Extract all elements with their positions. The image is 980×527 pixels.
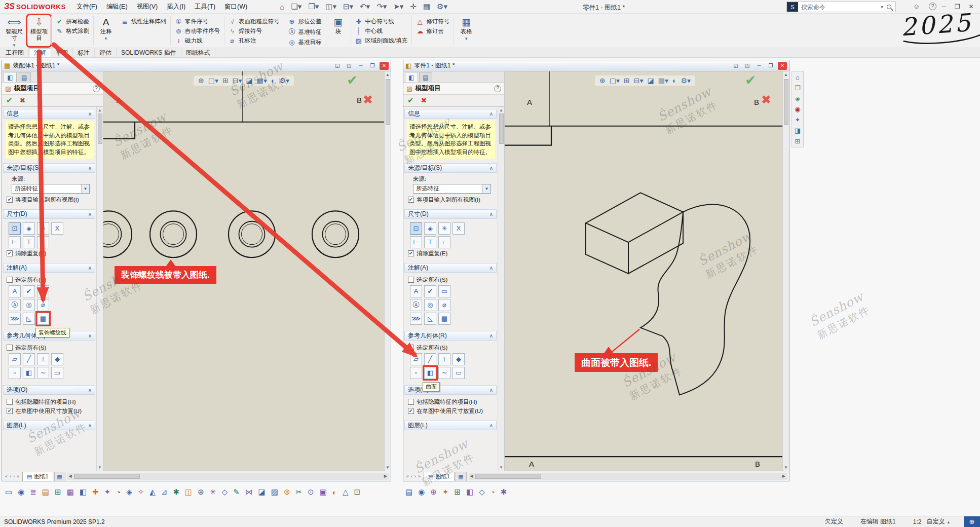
document-title-bar[interactable]: ▦ 装配体1 - 图纸1 * ◱ ◳ ─ ❐ ✕ — [2, 60, 391, 71]
origin-icon[interactable]: ▫ — [410, 367, 422, 379]
cosmetic-thread-icon[interactable]: ▤ 装饰螺纹线 — [438, 313, 450, 325]
section-header-layers[interactable]: 图层(L)∧ — [3, 421, 95, 430]
sheet-nav-icon[interactable]: ‹ — [411, 474, 412, 479]
horizontal-scrollbar[interactable]: ◀ ▶ — [469, 473, 787, 480]
points-icon[interactable]: ◆ — [453, 353, 465, 365]
dock-icon[interactable]: ◱ — [333, 62, 342, 70]
include-hidden-features-checkbox[interactable] — [7, 399, 13, 405]
help-icon[interactable]: ? — [93, 85, 100, 92]
balloon-button[interactable]: ①零件序号 — [175, 18, 220, 25]
confirm-cancel-icon[interactable]: ✖ — [761, 93, 771, 107]
toolbar-icon[interactable]: ✱ — [501, 487, 507, 497]
scroll-right-icon[interactable]: ▶ — [782, 474, 785, 478]
weld-symbol-button[interactable]: ϟ焊接符号 — [229, 27, 280, 35]
toolbar-icon[interactable]: ◉ — [18, 487, 24, 497]
panel-scrollbar[interactable]: ▲ ▼ — [498, 107, 504, 471]
toolbar-icon[interactable]: ⋈ — [245, 487, 253, 497]
view-tool-icon[interactable]: ⊞ — [222, 77, 229, 85]
scroll-down-icon[interactable]: ▼ — [98, 465, 102, 470]
undock-icon[interactable]: ◳ — [743, 62, 752, 70]
confirm-ok-icon[interactable]: ✔ — [745, 72, 756, 88]
routing-points-icon[interactable]: ▭ — [51, 367, 63, 379]
hole-wizard-profile-icon[interactable]: ✳ — [37, 222, 49, 235]
cosmetic-thread-icon[interactable]: ▤ 装饰螺纹线 — [37, 313, 49, 325]
add-sheet-button[interactable]: ▦ — [456, 472, 467, 481]
scrollbar-thumb[interactable] — [74, 474, 140, 479]
sheet-nav-icon[interactable]: » — [17, 474, 19, 479]
taskpane-icon[interactable]: ❒ — [795, 84, 801, 92]
menu-item[interactable]: 窗口(W) — [220, 0, 252, 14]
hole-wizard-profile-icon[interactable]: ✳ — [438, 222, 450, 235]
section-header-info[interactable]: 信息∧ — [3, 109, 95, 119]
view-tool-icon[interactable]: ▦▾ — [658, 77, 668, 85]
view-tool-icon[interactable]: ◐ — [672, 77, 676, 85]
scrollbar-thumb[interactable] — [499, 114, 504, 144]
area-hatch-button[interactable]: ▨区域剖面线/填充 — [355, 37, 408, 45]
toolbar-icon[interactable]: ✧ — [138, 487, 144, 497]
smart-dimension-button[interactable]: ⟺ 智能尺寸 ▾ — [3, 15, 26, 46]
toolbar-icon[interactable]: ◈ — [126, 487, 132, 497]
menu-item[interactable]: 编辑(E) — [102, 0, 132, 14]
scroll-left-icon[interactable]: ◀ — [69, 474, 72, 478]
chevron-down-icon[interactable]: ▾ — [482, 184, 491, 193]
taskpane-icon[interactable]: ◉ — [795, 105, 800, 113]
include-hidden-features-checkbox[interactable] — [408, 399, 414, 405]
surface-finish-button[interactable]: √表面粗糙度符号 — [229, 18, 280, 25]
coordinate-system-icon[interactable]: ⊥ — [37, 353, 49, 365]
hole-wizard-location-icon[interactable]: X — [453, 222, 465, 235]
use-dimension-placement-checkbox[interactable]: ✔ — [408, 408, 414, 414]
end-treatment-icon[interactable]: ◺ — [424, 313, 436, 325]
hole-wizard-location-icon[interactable]: X — [51, 222, 63, 235]
toolbar-icon[interactable]: ✚ — [92, 487, 99, 497]
select-all-refgeo-checkbox[interactable] — [7, 345, 13, 351]
sheet-tab[interactable]: ▤ 图纸1 — [424, 472, 455, 481]
toolbar-icon[interactable]: ▨ — [271, 487, 278, 497]
geometric-tolerance-icon[interactable]: ▭ — [438, 285, 450, 297]
toolbar-icon[interactable]: ❏▾ — [291, 2, 301, 11]
untoleranced-dimensions-icon[interactable]: ⊤ — [424, 236, 436, 248]
scrollbar-thumb[interactable] — [784, 79, 788, 125]
confirm-cancel-icon[interactable]: ✖ — [363, 93, 373, 107]
drawing-canvas[interactable]: A B A B — [505, 71, 782, 471]
menu-item[interactable]: 工具(T) — [190, 0, 220, 14]
vertical-scrollbar[interactable]: ▲ ▼ — [782, 71, 789, 471]
points-icon[interactable]: ◆ — [51, 353, 63, 365]
spell-check-button[interactable]: ✔拼写检验 — [56, 18, 89, 25]
toolbar-icon[interactable]: ⊟▾ — [343, 2, 353, 11]
toleranced-dimensions-icon[interactable]: ⊢ — [9, 236, 21, 248]
view-tool-icon[interactable]: ⊟▾ — [634, 77, 644, 85]
select-all-refgeo-checkbox[interactable] — [408, 345, 414, 351]
eliminate-duplicates-checkbox[interactable]: ✔ — [408, 250, 414, 256]
datum-feature-icon[interactable]: Ⓐ — [9, 299, 21, 311]
configuration-tab[interactable]: ▤ — [419, 72, 432, 82]
linear-note-pattern-button[interactable]: ≣线性注释阵列 — [121, 18, 166, 25]
scroll-down-icon[interactable]: ▼ — [385, 464, 391, 471]
section-header-annotations[interactable]: 注解(A)∧ — [3, 263, 95, 273]
propertymanager-tab[interactable]: ◧ — [4, 72, 17, 82]
section-header-dimensions[interactable]: 尺寸(D)∧ — [404, 209, 497, 219]
restore-button[interactable]: ❐ — [368, 62, 377, 70]
horizontal-scrollbar[interactable]: ◀ ▶ — [67, 473, 389, 480]
taskpane-icon[interactable]: ◈ — [795, 95, 800, 102]
toolbar-icon[interactable]: ▦ — [67, 487, 74, 497]
toolbar-icon[interactable]: ◫▾ — [325, 2, 336, 11]
restore-button[interactable]: ❐ — [766, 62, 775, 70]
section-header-source[interactable]: 来源/目标(S)∧ — [3, 163, 95, 173]
menu-item[interactable]: 文件(F) — [72, 0, 102, 14]
taskpane-icon[interactable]: ⊞ — [795, 137, 801, 145]
toolbar-icon[interactable]: ▣ — [320, 487, 327, 497]
sheet-nav-icon[interactable]: ‹ — [10, 474, 11, 479]
document-title-bar[interactable]: ◧ 零件1 - 图纸1 * ◱ ◳ ─ ❐ ✕ — [403, 60, 789, 71]
tab-markup[interactable]: 标注 — [73, 48, 95, 57]
end-treatment-icon[interactable]: ◺ — [23, 313, 35, 325]
toolbar-icon[interactable]: ◔ — [491, 488, 495, 497]
toolbar-icon[interactable]: ✦ — [442, 487, 449, 497]
menu-item[interactable]: 视图(V) — [132, 0, 163, 14]
hole-callout-icon[interactable]: ⌀ — [438, 299, 450, 311]
toolbar-icon[interactable]: ◧ — [80, 487, 87, 497]
scroll-down-icon[interactable]: ▼ — [783, 464, 789, 471]
datum-target-button[interactable]: ◎基准目标 — [288, 39, 322, 46]
view-tool-icon[interactable]: ◪ — [648, 77, 654, 85]
dock-icon[interactable]: ◱ — [731, 62, 740, 70]
scrollbar-thumb[interactable] — [98, 114, 102, 144]
